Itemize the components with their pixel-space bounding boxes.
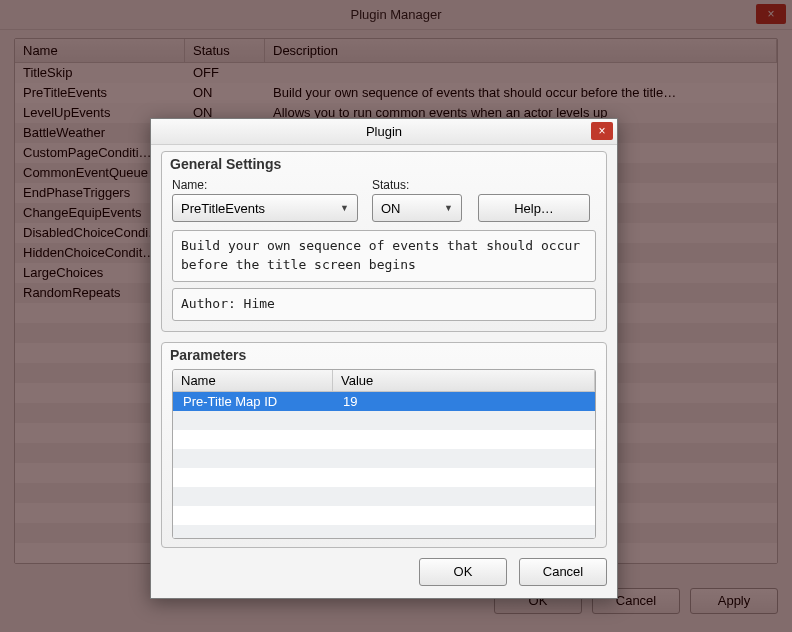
dialog-button-row: OK Cancel: [161, 558, 607, 586]
status-combo[interactable]: ON ▼: [372, 194, 462, 222]
general-settings-section: General Settings Name: PreTitleEvents ▼ …: [161, 151, 607, 332]
name-label: Name:: [172, 178, 362, 192]
close-icon[interactable]: ×: [591, 122, 613, 140]
chevron-down-icon: ▼: [444, 203, 453, 213]
col-name: Name: [15, 39, 185, 62]
parameters-table[interactable]: Name Value Pre-Title Map ID19: [172, 369, 596, 539]
plugin-manager-title: Plugin Manager: [350, 7, 441, 22]
help-button[interactable]: Help…: [478, 194, 590, 222]
status-combo-value: ON: [381, 201, 401, 216]
description-box: Build your own sequence of events that s…: [172, 230, 596, 282]
plugin-dialog: Plugin × General Settings Name: PreTitle…: [150, 118, 618, 599]
parameters-section: Parameters Name Value Pre-Title Map ID19: [161, 342, 607, 548]
table-row-empty: [173, 525, 595, 539]
general-settings-title: General Settings: [170, 156, 281, 172]
plugin-table-header: Name Status Description: [15, 39, 777, 63]
cancel-button[interactable]: Cancel: [519, 558, 607, 586]
plugin-manager-titlebar: Plugin Manager ×: [0, 0, 792, 30]
ok-button[interactable]: OK: [419, 558, 507, 586]
name-combo-value: PreTitleEvents: [181, 201, 265, 216]
apply-button[interactable]: Apply: [690, 588, 778, 614]
col-description: Description: [265, 39, 777, 62]
table-row[interactable]: PreTitleEventsONBuild your own sequence …: [15, 83, 777, 103]
param-col-name: Name: [173, 370, 333, 391]
plugin-dialog-title: Plugin: [366, 124, 402, 139]
table-row-empty: [173, 468, 595, 487]
table-row-empty: [173, 449, 595, 468]
chevron-down-icon: ▼: [340, 203, 349, 213]
close-icon[interactable]: ×: [756, 4, 786, 24]
param-col-value: Value: [333, 370, 595, 391]
name-combo[interactable]: PreTitleEvents ▼: [172, 194, 358, 222]
spacer: [478, 178, 596, 192]
table-row[interactable]: TitleSkipOFF: [15, 63, 777, 83]
table-row-empty: [173, 430, 595, 449]
parameters-header: Name Value: [173, 370, 595, 392]
col-status: Status: [185, 39, 265, 62]
parameters-title: Parameters: [170, 347, 246, 363]
table-row-empty: [173, 411, 595, 430]
table-row-empty: [173, 487, 595, 506]
table-row[interactable]: Pre-Title Map ID19: [173, 392, 595, 411]
table-row-empty: [173, 506, 595, 525]
plugin-dialog-titlebar: Plugin ×: [151, 119, 617, 145]
author-box: Author: Hime: [172, 288, 596, 321]
status-label: Status:: [372, 178, 468, 192]
